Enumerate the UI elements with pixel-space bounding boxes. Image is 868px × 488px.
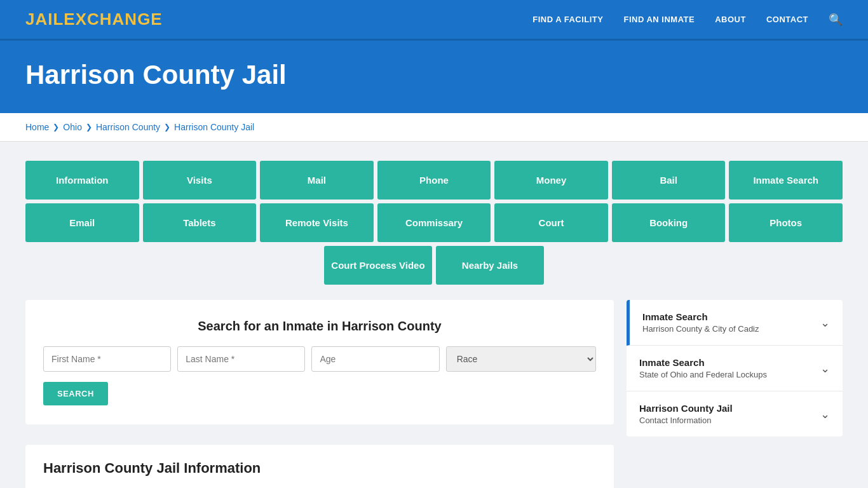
btn-remote-visits[interactable]: Remote Visits xyxy=(260,203,374,242)
main-content: Information Visits Mail Phone Money Bail… xyxy=(0,142,868,488)
btn-nearby-jails[interactable]: Nearby Jails xyxy=(436,246,544,285)
sidebar-item-2-label: Inmate Search xyxy=(639,357,767,368)
btn-visits[interactable]: Visits xyxy=(143,161,257,200)
sidebar-item-3-sub: Contact Information xyxy=(639,416,733,425)
btn-photos[interactable]: Photos xyxy=(729,203,843,242)
nav-find-inmate[interactable]: FIND AN INMATE xyxy=(623,15,695,24)
btn-inmate-search[interactable]: Inmate Search xyxy=(729,161,843,200)
breadcrumb-sep-3: ❯ xyxy=(164,123,170,132)
nav-find-facility[interactable]: FIND A FACILITY xyxy=(532,15,603,24)
btn-tablets[interactable]: Tablets xyxy=(143,203,257,242)
chevron-down-icon-3: ⌄ xyxy=(820,407,830,421)
sidebar-inmate-search-ohio[interactable]: Inmate Search State of Ohio and Federal … xyxy=(627,346,843,391)
page-title: Harrison County Jail xyxy=(25,60,843,90)
btn-phone[interactable]: Phone xyxy=(377,161,491,200)
sidebar-card: Inmate Search Harrison County & City of … xyxy=(627,300,843,437)
btn-email[interactable]: Email xyxy=(25,203,139,242)
btn-court[interactable]: Court xyxy=(494,203,608,242)
search-fields: Race White Black Hispanic Asian Other xyxy=(43,346,596,372)
sidebar: Inmate Search Harrison County & City of … xyxy=(627,300,843,488)
breadcrumb-sep-1: ❯ xyxy=(53,123,59,132)
button-row-3: Court Process Video Nearby Jails xyxy=(25,246,843,285)
search-icon[interactable]: 🔍 xyxy=(829,13,843,27)
last-name-input[interactable] xyxy=(177,346,305,372)
sidebar-item-2-sub: State of Ohio and Federal Lockups xyxy=(639,370,767,379)
breadcrumb-harrison-county[interactable]: Harrison County xyxy=(96,122,160,132)
btn-bail[interactable]: Bail xyxy=(612,161,726,200)
btn-court-process-video[interactable]: Court Process Video xyxy=(324,246,432,285)
race-select[interactable]: Race White Black Hispanic Asian Other xyxy=(446,346,596,372)
content-area: Search for an Inmate in Harrison County … xyxy=(25,300,843,488)
chevron-down-icon-1: ⌄ xyxy=(820,316,830,330)
logo-highlight: E xyxy=(64,10,75,29)
btn-money[interactable]: Money xyxy=(494,161,608,200)
btn-booking[interactable]: Booking xyxy=(612,203,726,242)
first-name-input[interactable] xyxy=(43,346,171,372)
breadcrumb-ohio[interactable]: Ohio xyxy=(63,122,82,132)
logo-text-jail: JAIL xyxy=(25,10,64,29)
sidebar-inmate-search-harrison[interactable]: Inmate Search Harrison County & City of … xyxy=(627,300,843,346)
search-panel: Search for an Inmate in Harrison County … xyxy=(25,300,614,424)
breadcrumb-home[interactable]: Home xyxy=(25,122,49,132)
sidebar-item-1-label: Inmate Search xyxy=(642,311,759,322)
navbar: JAILEXCHANGE FIND A FACILITY FIND AN INM… xyxy=(0,0,868,41)
info-title: Harrison County Jail Information xyxy=(43,460,596,477)
logo-text-xchange: XCHANGE xyxy=(76,10,163,29)
sidebar-item-3-label: Harrison County Jail xyxy=(639,403,733,414)
button-row-2: Email Tablets Remote Visits Commissary C… xyxy=(25,203,843,242)
breadcrumb-harrison-county-jail[interactable]: Harrison County Jail xyxy=(174,122,254,132)
sidebar-contact-info[interactable]: Harrison County Jail Contact Information… xyxy=(627,391,843,437)
btn-mail[interactable]: Mail xyxy=(260,161,374,200)
search-button[interactable]: SEARCH xyxy=(43,382,108,405)
breadcrumb: Home ❯ Ohio ❯ Harrison County ❯ Harrison… xyxy=(0,113,868,142)
chevron-down-icon-2: ⌄ xyxy=(820,362,830,376)
logo[interactable]: JAILEXCHANGE xyxy=(25,10,163,29)
button-row-1: Information Visits Mail Phone Money Bail… xyxy=(25,161,843,200)
nav-links: FIND A FACILITY FIND AN INMATE ABOUT CON… xyxy=(532,13,843,27)
nav-contact[interactable]: CONTACT xyxy=(766,15,808,24)
info-section: Harrison County Jail Information xyxy=(25,445,614,488)
sidebar-item-1-sub: Harrison County & City of Cadiz xyxy=(642,324,759,334)
btn-commissary[interactable]: Commissary xyxy=(377,203,491,242)
breadcrumb-sep-2: ❯ xyxy=(86,123,92,132)
search-title: Search for an Inmate in Harrison County xyxy=(43,319,596,334)
nav-about[interactable]: ABOUT xyxy=(715,15,746,24)
age-input[interactable] xyxy=(311,346,439,372)
hero-section: Harrison County Jail xyxy=(0,41,868,113)
btn-information[interactable]: Information xyxy=(25,161,139,200)
